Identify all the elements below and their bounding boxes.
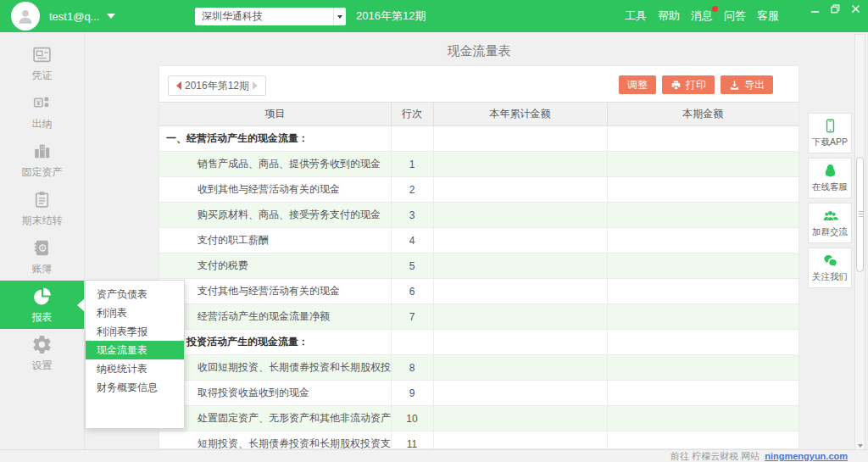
cell-period-amount: [607, 304, 798, 330]
cashier-icon: [31, 92, 53, 114]
cell-ytd-amount: [433, 279, 607, 304]
table-row: 收到其他与经营活动有关的现金2: [159, 177, 798, 203]
group-icon: [822, 208, 838, 224]
sidebar-item-period-end[interactable]: 期末结转: [0, 184, 84, 232]
sidebar-item-settings[interactable]: 设置: [0, 329, 84, 377]
sidebar-item-label: 报表: [32, 310, 53, 325]
minimize-button[interactable]: [808, 3, 822, 14]
vertical-scrollbar[interactable]: [854, 34, 865, 451]
titlebar-period: 2016年第12期: [356, 0, 426, 32]
cell-item-name: 一、经营活动产生的现金流量：: [159, 126, 391, 152]
sidebar-item-label: 设置: [32, 359, 53, 373]
cell-line-number: 3: [391, 203, 433, 228]
titlebar-menu-tools[interactable]: 工具: [622, 7, 649, 25]
page-title: 现金流量表: [159, 43, 799, 59]
card-follow-us[interactable]: 关注我们: [808, 248, 852, 288]
cell-ytd-amount: [433, 126, 607, 152]
fixed-assets-icon: [31, 141, 53, 162]
export-button-label: 导出: [744, 78, 765, 92]
card-group-chat[interactable]: 加群交流: [808, 203, 852, 243]
period-selector[interactable]: 2016年第12期: [168, 75, 266, 96]
titlebar-menu-service[interactable]: 客服: [754, 7, 782, 25]
footer: 前往 柠檬云财税 网站 ningmengyun.com: [0, 449, 868, 462]
window-controls: [808, 3, 863, 14]
cell-item-name: 支付的税费: [159, 253, 391, 279]
scroll-down-icon[interactable]: [858, 444, 863, 448]
cell-item-name: 销售产成品、商品、提供劳务收到的现金: [159, 152, 391, 177]
maximize-button[interactable]: [828, 3, 843, 14]
cell-line-number: 8: [391, 355, 433, 381]
card-label: 下载APP: [812, 136, 848, 148]
report-toolbar: 2016年第12期 调整打印导出: [159, 66, 798, 102]
cell-line-number: 4: [391, 228, 433, 253]
scrollbar-grip-icon: [859, 211, 863, 219]
export-button[interactable]: 导出: [721, 75, 773, 94]
cell-line-number: 1: [391, 152, 433, 177]
close-button[interactable]: [849, 3, 863, 14]
table-row: 支付的职工薪酬4: [159, 228, 798, 253]
sidebar-item-label: 期末结转: [22, 214, 63, 228]
scrollbar-thumb[interactable]: [856, 157, 864, 272]
cell-ytd-amount: [433, 152, 607, 177]
prev-period-icon[interactable]: [176, 81, 181, 90]
adjust-button[interactable]: 调整: [619, 75, 656, 94]
voucher-icon: [31, 44, 53, 65]
print-button-label: 打印: [686, 78, 706, 92]
report-submenu: 资产负债表利润表利润表季报现金流量表纳税统计表财务概要信息: [85, 280, 185, 429]
period-selector-value: 2016年第12期: [185, 79, 249, 93]
report-menu-item-income-statement[interactable]: 利润表: [86, 303, 184, 322]
card-download-app[interactable]: 下载APP: [808, 113, 852, 153]
report-menu-item-tax-statistics[interactable]: 纳税统计表: [86, 359, 184, 378]
titlebar-menu-help[interactable]: 帮助: [655, 7, 682, 25]
sidebar-item-cashier[interactable]: 出纳: [0, 87, 84, 136]
sidebar-item-ledger[interactable]: 账簿: [0, 232, 84, 281]
titlebar-menu-qa[interactable]: 问答: [721, 7, 748, 25]
card-online-service[interactable]: 在线客服: [808, 158, 852, 198]
sidebar-item-fixed-assets[interactable]: 固定资产: [0, 136, 84, 184]
export-icon: [729, 80, 740, 91]
card-label: 加群交流: [812, 226, 848, 238]
sidebar-item-voucher[interactable]: 凭证: [0, 39, 84, 87]
cell-item-name: 购买原材料、商品、接受劳务支付的现金: [159, 203, 391, 228]
titlebar-menu-messages[interactable]: 消息: [688, 7, 715, 25]
report-menu-item-income-quarterly[interactable]: 利润表季报: [86, 322, 184, 341]
report-menu-item-balance-sheet[interactable]: 资产负债表: [86, 285, 184, 303]
company-select[interactable]: 深圳华通科技: [195, 8, 346, 25]
cell-ytd-amount: [433, 177, 607, 203]
cell-line-number: 2: [391, 177, 433, 203]
sidebar-item-label: 出纳: [32, 117, 53, 131]
table-row: 短期投资、长期债券投资和长期股权投资支付的现金11: [159, 431, 798, 450]
cell-ytd-amount: [433, 355, 607, 381]
titlebar: test1@q... 深圳华通科技 2016年第12期 工具帮助消息问答客服: [0, 0, 868, 32]
cell-line-number: 9: [391, 381, 433, 406]
table-row: 取得投资收益收到的现金9: [159, 381, 798, 406]
user-account[interactable]: test1@q...: [49, 0, 115, 32]
cell-period-amount: [607, 152, 798, 177]
cell-line-number: 10: [391, 406, 433, 431]
cell-item-name: 处置固定资产、无形资产和其他非流动资产收回的现金净额: [159, 406, 391, 431]
wechat-icon: [822, 253, 838, 269]
cell-ytd-amount: [433, 330, 607, 355]
table-row: 处置固定资产、无形资产和其他非流动资产收回的现金净额10: [159, 406, 798, 431]
cell-period-amount: [607, 431, 798, 450]
cash-flow-table: 项目行次本年累计金额本期金额 一、经营活动产生的现金流量：销售产成品、商品、提供…: [159, 102, 798, 449]
column-header: 本期金额: [607, 103, 798, 126]
dropdown-arrow-icon[interactable]: [333, 8, 346, 25]
cell-item-name: 经营活动产生的现金流量净额: [159, 304, 391, 330]
report-menu-item-cash-flow[interactable]: 现金流量表: [86, 341, 184, 359]
cell-period-amount: [607, 203, 798, 228]
report-menu-item-finance-summary[interactable]: 财务概要信息: [86, 378, 184, 397]
cell-line-number: [391, 330, 433, 355]
cell-line-number: 11: [391, 431, 433, 450]
titlebar-menu: 工具帮助消息问答客服: [622, 0, 782, 32]
cell-item-name: 取得投资收益收到的现金: [159, 381, 391, 406]
ledger-icon: [31, 237, 53, 259]
sidebar-item-reports[interactable]: 报表: [0, 281, 84, 329]
next-period-icon[interactable]: [253, 81, 258, 90]
avatar[interactable]: [11, 2, 40, 31]
print-button[interactable]: 打印: [662, 75, 715, 94]
footer-link[interactable]: ningmengyun.com: [765, 451, 848, 461]
user-icon: [16, 7, 35, 25]
cell-ytd-amount: [433, 431, 607, 450]
cell-line-number: 5: [391, 253, 433, 279]
